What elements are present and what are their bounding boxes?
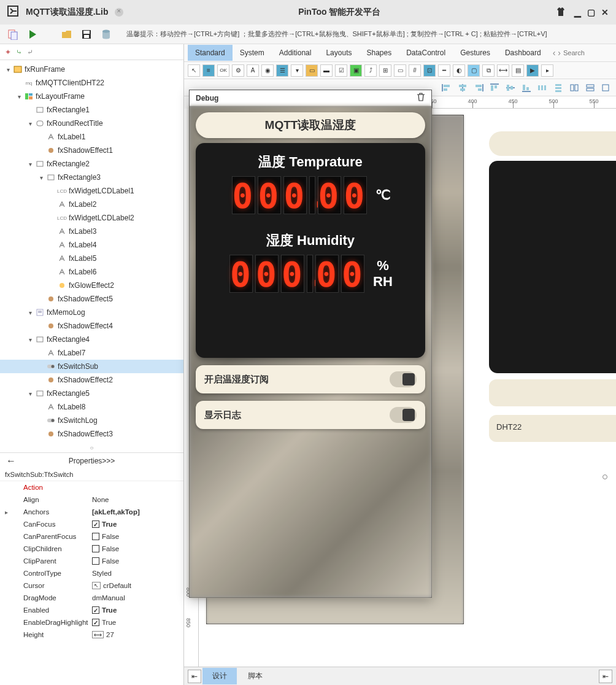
check-comp-icon[interactable]: ☑ — [335, 64, 347, 77]
tree-node-fxShadowEffect1[interactable]: fxShadowEffect1 — [0, 144, 183, 157]
chart-comp-icon[interactable]: ⤴ — [364, 64, 377, 77]
run-icon[interactable] — [27, 29, 38, 40]
tree-node-fxGlowEffect2[interactable]: fxGlowEffect2 — [0, 279, 183, 292]
palette-tab-dashboard[interactable]: Dashboard — [498, 45, 549, 61]
tree-node-fxLabel3[interactable]: fxLabel3 — [0, 225, 183, 238]
more-comp-icon[interactable]: ▸ — [541, 64, 553, 77]
prop-Action[interactable]: Action — [0, 481, 183, 493]
tree-node-fxLabel4[interactable]: fxLabel4 — [0, 238, 183, 252]
memo-comp-icon[interactable]: ▬ — [320, 64, 333, 77]
dist-v-icon[interactable] — [552, 82, 564, 93]
table-comp-icon[interactable]: ⊡ — [423, 64, 436, 77]
progress-comp-icon[interactable]: ━ — [438, 64, 450, 77]
palette-tab-shapes[interactable]: Shapes — [359, 45, 399, 61]
tree-node-fxRoundRectTitle[interactable]: ▾fxRoundRectTitle — [0, 117, 183, 130]
same-height-icon[interactable] — [584, 82, 596, 93]
tree-node-fxLabel8[interactable]: fxLabel8 — [0, 400, 183, 414]
collapse-left-icon[interactable]: ⇤ — [188, 670, 201, 683]
tree-node-fxMQTTClientDHT22[interactable]: mqfxMQTTClientDHT22 — [0, 76, 183, 90]
palette-tab-additional[interactable]: Additional — [272, 45, 319, 61]
radio-comp-icon[interactable]: ◉ — [261, 64, 274, 77]
palette-prev-icon[interactable]: ‹ — [553, 48, 556, 58]
tab-design[interactable]: 设计 — [202, 668, 237, 684]
switch-subscribe[interactable] — [390, 371, 417, 387]
tree-node-fxRectangle1[interactable]: fxRectangle1 — [0, 103, 183, 117]
tree-node-fxShadowEffect4[interactable]: fxShadowEffect4 — [0, 319, 183, 333]
back-arrow-icon[interactable]: ← — [6, 455, 16, 466]
grid-comp-icon[interactable]: ⊞ — [379, 64, 391, 77]
close-button[interactable]: ✕ — [601, 7, 609, 17]
trash-icon[interactable] — [417, 93, 425, 103]
tree-node-fxLabel1[interactable]: fxLabel1 — [0, 130, 183, 144]
prop-CanParentFocus[interactable]: CanParentFocus False — [0, 530, 183, 543]
align-right-icon[interactable] — [472, 82, 485, 93]
label-comp-icon[interactable]: A — [247, 64, 259, 77]
component-tree[interactable]: ▾fxRunFramemqfxMQTTClientDHT22▾fxLayoutF… — [0, 60, 183, 443]
prop-Cursor[interactable]: Cursor↖ crDefault — [0, 579, 183, 592]
palette-search[interactable] — [563, 49, 612, 56]
prop-ClipParent[interactable]: ClipParent False — [0, 555, 183, 567]
image-comp-icon[interactable]: ▣ — [350, 64, 362, 77]
palette-icons[interactable]: ↖ ≡ OK ⚙ A ◉ ☰ ▾ ▭ ▬ ☑ ▣ ⤴ ⊞ ▭ # ⊡ ━ ◐ ▢… — [184, 62, 616, 79]
toggle-comp-icon[interactable]: ◐ — [453, 64, 465, 77]
same-size-icon[interactable] — [600, 82, 612, 93]
tree-node-fxRectangle5[interactable]: ▾fxRectangle5 — [0, 387, 183, 400]
tree-node-fxLabel6[interactable]: fxLabel6 — [0, 265, 183, 279]
panel-comp-icon[interactable]: ▭ — [306, 64, 318, 77]
tree-node-fxLabel7[interactable]: fxLabel7 — [0, 346, 183, 360]
dist-h-icon[interactable] — [536, 82, 549, 93]
frame-comp-icon[interactable]: ▢ — [468, 64, 480, 77]
tab-close-icon[interactable] — [115, 8, 123, 17]
palette-tab-layouts[interactable]: Layouts — [318, 45, 359, 61]
switch-log[interactable] — [390, 407, 417, 423]
prop-DragMode[interactable]: DragModedmManual — [0, 592, 183, 604]
tab-comp-icon[interactable]: ▤ — [512, 64, 524, 77]
debug-window[interactable]: Debug MQTT读取温湿度 温度 Temprature 000.00 ℃ 湿… — [189, 90, 432, 598]
palette-tab-gestures[interactable]: Gestures — [453, 45, 498, 61]
prop-ClipChildren[interactable]: ClipChildren False — [0, 543, 183, 555]
tree-node-fxMemoLog[interactable]: ▾fxMemoLog — [0, 306, 183, 319]
prop-CanFocus[interactable]: CanFocus✓ True — [0, 518, 183, 530]
tree-node-fxRectangle2[interactable]: ▾fxRectangle2 — [0, 157, 183, 171]
tree-node-fxLayoutFrame[interactable]: ▾fxLayoutFrame — [0, 90, 183, 103]
open-icon[interactable] — [61, 29, 72, 40]
tree-node-fxRunFrame[interactable]: ▾fxRunFrame — [0, 63, 183, 76]
cursor-tool-icon[interactable]: ↖ — [188, 64, 200, 77]
align-bottom-icon[interactable] — [520, 82, 533, 93]
palette-tabs[interactable]: StandardSystemAdditionalLayoutsShapesDat… — [184, 44, 616, 62]
palette-tab-standard[interactable]: Standard — [188, 45, 233, 61]
palette-next-icon[interactable]: › — [558, 48, 561, 58]
combo-comp-icon[interactable]: ▾ — [291, 64, 303, 77]
align-center-h-icon[interactable] — [456, 82, 469, 93]
align-left-icon[interactable] — [441, 82, 453, 93]
prop-Align[interactable]: AlignNone — [0, 493, 183, 506]
play-comp-icon[interactable]: ▶ — [526, 64, 539, 77]
num-comp-icon[interactable]: # — [409, 64, 421, 77]
edit-comp-icon[interactable]: ▭ — [394, 64, 406, 77]
prop-Anchors[interactable]: ▸Anchors[akLeft,akTop] — [0, 506, 183, 518]
slider-comp-icon[interactable]: ⟷ — [497, 64, 509, 77]
same-width-icon[interactable] — [568, 82, 580, 93]
property-grid[interactable]: ActionAlignNone▸Anchors[akLeft,akTop]Can… — [0, 481, 183, 685]
tree-node-fxShadowEffect5[interactable]: fxShadowEffect5 — [0, 292, 183, 306]
tree-tool-2[interactable]: ⤷ — [16, 48, 22, 56]
prop-Enabled[interactable]: Enabled✓ True — [0, 604, 183, 616]
tree-node-fxRectangle4[interactable]: ▾fxRectangle4 — [0, 333, 183, 346]
copy-comp-icon[interactable]: ⧉ — [482, 64, 495, 77]
palette-tab-datacontrol[interactable]: DataControl — [399, 45, 453, 61]
gear-comp-icon[interactable]: ⚙ — [232, 64, 244, 77]
tab-script[interactable]: 脚本 — [238, 668, 272, 684]
new-icon[interactable] — [7, 29, 18, 40]
tree-node-fxLabel5[interactable]: fxLabel5 — [0, 252, 183, 265]
tree-node-fxShadowEffect2[interactable]: fxShadowEffect2 — [0, 373, 183, 387]
tree-tool-1[interactable]: ✦ — [5, 48, 11, 56]
align-top-icon[interactable] — [488, 82, 501, 93]
tree-node-fxWidgetLCDLabel1[interactable]: LCDfxWidgetLCDLabel1 — [0, 184, 183, 198]
prop-EnableDragHighlight[interactable]: EnableDragHighlight✓ True — [0, 616, 183, 629]
save-icon[interactable] — [81, 29, 92, 40]
tree-node-fxSwitchSub[interactable]: fxSwitchSub — [0, 360, 183, 373]
tree-node-fxSwitchLog[interactable]: fxSwitchLog — [0, 414, 183, 427]
align-middle-icon[interactable] — [504, 82, 517, 93]
tree-node-fxWidgetLCDLabel2[interactable]: LCDfxWidgetLCDLabel2 — [0, 211, 183, 225]
tree-node-fxShadowEffect3[interactable]: fxShadowEffect3 — [0, 427, 183, 441]
